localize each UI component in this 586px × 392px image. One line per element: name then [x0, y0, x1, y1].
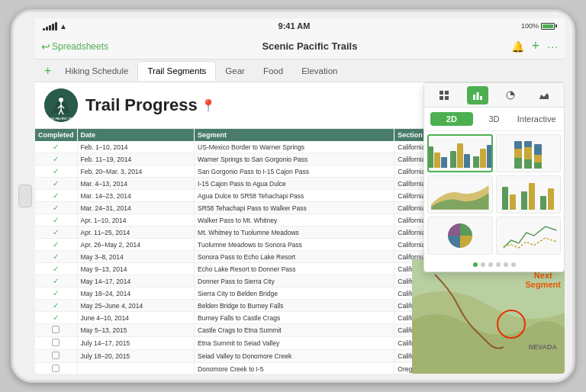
dot-3[interactable]	[488, 262, 493, 267]
chart-type-bar-icon[interactable]	[467, 86, 488, 104]
cell-completed	[35, 350, 77, 363]
dot-2[interactable]	[481, 262, 485, 267]
svg-text:SCENIC PACIFIC TRAILS: SCENIC PACIFIC TRAILS	[44, 117, 78, 120]
status-time: 9:41 AM	[279, 21, 311, 31]
cell-date: Mar. 24–31, 2014	[77, 202, 195, 214]
cell-completed: ✓	[35, 239, 77, 251]
cell-date: Feb. 1–10, 2014	[77, 141, 195, 153]
chart-thumb-pie[interactable]	[427, 217, 493, 255]
signal-dots	[43, 22, 57, 31]
cell-completed: ✓	[35, 153, 77, 165]
pagination-dots	[424, 258, 564, 272]
cell-completed: ✓	[35, 214, 77, 227]
cell-date: June 4–10, 2014	[77, 312, 195, 324]
cell-date: May 5–13, 2015	[77, 324, 195, 337]
cell-completed: ✓	[35, 251, 77, 263]
chart-type-table-icon[interactable]	[433, 86, 455, 104]
cell-segment: I-15 Cajon Pass to Agua Dulce	[195, 178, 394, 190]
status-right: 100%	[521, 22, 557, 30]
next-segment-label: Next Segment	[526, 271, 561, 289]
tab-food[interactable]: Food	[254, 61, 292, 81]
view-2d-button[interactable]: 2D	[430, 112, 473, 126]
svg-rect-16	[476, 92, 478, 100]
cell-completed: ✓	[35, 275, 77, 288]
svg-rect-11	[440, 91, 443, 95]
cell-segment: Echo Lake Resort to Donner Pass	[195, 263, 394, 275]
svg-rect-12	[445, 91, 449, 95]
cell-date: July 18–20, 2015	[77, 350, 195, 363]
battery-icon	[541, 23, 557, 30]
cell-completed: ✓	[35, 227, 77, 239]
screen: ▲ 9:41 AM 100% ↩ Spreadsheets Scenic Pac…	[35, 18, 565, 374]
battery-pct-label: 100%	[521, 22, 539, 30]
back-label: Spreadsheets	[52, 41, 108, 52]
chart-thumb-area[interactable]	[427, 175, 493, 214]
chart-thumb-scatter[interactable]	[496, 217, 562, 255]
cell-segment: US-Mexico Border to Warner Springs	[195, 141, 394, 153]
sheet-title: Trail Progress 📍	[85, 95, 216, 115]
cell-date: Feb. 11–19, 2014	[77, 153, 195, 165]
cell-completed: ✓	[35, 178, 77, 190]
dot-6[interactable]	[511, 262, 516, 267]
status-left: ▲	[43, 22, 67, 31]
ipad-frame: ▲ 9:41 AM 100% ↩ Spreadsheets Scenic Pac…	[11, 9, 575, 383]
cell-completed: ✓	[35, 288, 77, 300]
svg-rect-14	[445, 96, 449, 100]
view-3d-button[interactable]: 3D	[473, 112, 516, 126]
dot-5[interactable]	[504, 262, 508, 267]
add-tab-button[interactable]: +	[40, 64, 56, 78]
cell-completed: ✓	[35, 263, 77, 275]
col-segment: Segment	[195, 129, 394, 141]
cell-segment: Belden Bridge to Burney Falls	[195, 300, 394, 312]
cell-segment: Agua Dulce to SR58 Tehachapi Pass	[195, 190, 394, 202]
chart-thumb-bar-line[interactable]	[496, 175, 562, 214]
location-pin-icon: 📍	[201, 98, 216, 113]
chart-panel-toolbar	[424, 83, 564, 108]
tab-bar: + Hiking Schedule Trail Segments Gear Fo…	[35, 59, 565, 82]
cell-completed: ✓	[35, 202, 77, 214]
cell-completed	[35, 324, 77, 337]
cell-completed: ✓	[35, 312, 77, 324]
wifi-icon: ▲	[60, 22, 67, 31]
tab-elevation[interactable]: Elevation	[292, 61, 346, 81]
share-icon[interactable]: 🔔	[511, 40, 524, 53]
tab-trail-segments[interactable]: Trail Segments	[137, 61, 216, 81]
cell-segment: Walker Pass to Mt. Whitney	[195, 214, 394, 227]
cell-segment: Donner Pass to Sierra City	[195, 275, 394, 288]
cell-segment: Seiad Valley to Donomore Creek	[195, 350, 394, 363]
status-bar: ▲ 9:41 AM 100%	[35, 18, 565, 34]
back-button[interactable]: ↩ Spreadsheets	[41, 40, 108, 53]
view-toggle: 2D 3D Interactive	[424, 108, 564, 131]
back-arrow-icon: ↩	[41, 40, 50, 53]
home-button[interactable]	[18, 185, 32, 207]
cell-completed	[35, 363, 77, 374]
chart-thumb-stacked-bar[interactable]	[496, 134, 562, 172]
svg-rect-17	[480, 96, 482, 100]
toolbar-right: 🔔 + ···	[511, 38, 559, 54]
cell-segment: Tuolumne Meadows to Sonora Pass	[195, 239, 394, 251]
cell-segment: Castle Crags to Etna Summit	[195, 324, 394, 337]
dot-4[interactable]	[496, 262, 501, 267]
add-icon[interactable]: +	[532, 38, 540, 54]
nevada-label: NEVADA	[529, 343, 557, 351]
cell-segment: Donomore Creek to I-5	[195, 363, 394, 374]
tab-gear[interactable]: Gear	[216, 61, 254, 81]
chart-type-area-icon[interactable]	[533, 86, 555, 104]
cell-segment: Warner Springs to San Gorgonio Pass	[195, 153, 394, 165]
more-icon[interactable]: ···	[547, 40, 559, 53]
cell-date: May 3–8, 2014	[77, 251, 195, 263]
view-interactive-button[interactable]: Interactive	[515, 112, 558, 126]
chart-thumb-grouped-bar[interactable]	[427, 134, 493, 172]
tab-hiking-schedule[interactable]: Hiking Schedule	[56, 61, 137, 81]
cell-segment: San Gorgonio Pass to I-15 Cajon Pass	[195, 165, 394, 178]
svg-rect-13	[440, 96, 443, 100]
dot-1[interactable]	[473, 262, 478, 267]
cell-segment: Sonora Pass to Echo Lake Resort	[195, 251, 394, 263]
cell-date: May 14–17, 2014	[77, 275, 195, 288]
cell-completed: ✓	[35, 190, 77, 202]
cell-completed: ✓	[35, 300, 77, 312]
cell-date	[77, 363, 195, 374]
cell-date: Apr. 1–10, 2014	[77, 214, 195, 227]
cell-segment: SR58 Tehachapi Pass to Walker Pass	[195, 202, 394, 214]
chart-type-pie-icon[interactable]	[500, 86, 521, 104]
